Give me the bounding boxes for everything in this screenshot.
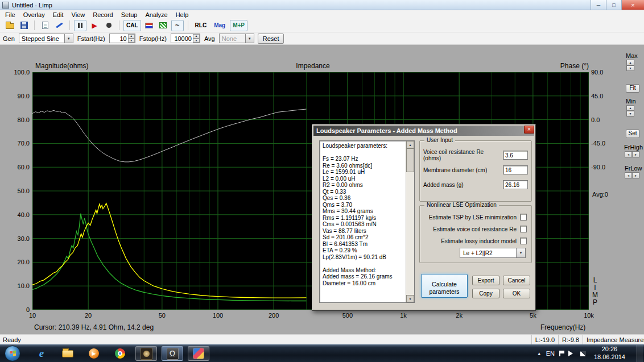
added-mass-input[interactable] xyxy=(503,180,528,189)
copy-button[interactable]: Copy xyxy=(472,289,499,298)
menu-item-help[interactable]: Help xyxy=(172,11,193,18)
toolbar-separator xyxy=(188,20,188,30)
fstop-input[interactable] xyxy=(171,34,193,43)
network-icon[interactable] xyxy=(580,351,586,356)
taskbar-limp[interactable]: Ω xyxy=(162,346,183,361)
menu-item-overlay[interactable]: Overlay xyxy=(19,11,49,18)
dialog-close-button[interactable]: × xyxy=(524,126,534,134)
inductor-model-select[interactable]: Le + L2||R2 ▼ xyxy=(460,248,526,258)
menu-item-analyze[interactable]: Analyze xyxy=(141,11,171,18)
taskbar-media-player[interactable]: ▶ xyxy=(83,346,105,361)
overlay-pen-button[interactable] xyxy=(53,20,65,31)
fstop-spin-down-icon[interactable]: ▼ xyxy=(193,39,200,43)
hidden-icons-arrow[interactable]: ▲ xyxy=(537,351,542,356)
mag-phase-button[interactable]: M+P xyxy=(230,20,247,31)
listbox-scrollbar[interactable]: ▲ ▼ xyxy=(406,141,414,302)
avg-select[interactable]: None ▼ xyxy=(219,34,254,43)
color-stripes-icon xyxy=(145,23,153,28)
frhigh-spin-right-icon[interactable]: ► xyxy=(632,151,639,157)
start-button[interactable] xyxy=(5,346,20,361)
menu-item-edit[interactable]: Edit xyxy=(49,11,68,18)
language-indicator[interactable]: EN xyxy=(546,350,555,357)
green-pattern-icon xyxy=(159,22,167,28)
ok-button[interactable]: OK xyxy=(503,289,530,298)
window-title: Untitled - Limp xyxy=(12,2,52,9)
lse-group-title: Nonlinear LSE Optimization xyxy=(424,202,499,208)
fstart-spin-up-icon[interactable]: ▲ xyxy=(128,34,135,39)
scrollbar-thumb[interactable] xyxy=(406,148,414,172)
parameters-listbox[interactable]: Loudspeaker parameters: Fs = 23.07 HzRe … xyxy=(319,140,415,303)
menu-item-setup[interactable]: Setup xyxy=(117,11,142,18)
rlc-button[interactable]: RLC xyxy=(192,20,210,31)
frlow-spin-right-icon[interactable]: ► xyxy=(632,172,639,178)
taskbar-chrome[interactable] xyxy=(109,346,131,361)
open-button[interactable] xyxy=(3,20,16,31)
chevron-down-icon[interactable]: ▼ xyxy=(516,248,525,257)
cal-button[interactable]: CAL xyxy=(123,20,141,31)
min-spin-down-icon[interactable]: ▼ xyxy=(626,111,634,116)
left-tick-20.0: 20.0 xyxy=(0,259,30,265)
estimate-tsp-lse-checkbox[interactable] xyxy=(520,214,527,220)
show-desktop-button[interactable] xyxy=(637,345,643,362)
stop-button[interactable] xyxy=(102,20,115,31)
action-center-icon[interactable] xyxy=(559,351,564,356)
voice-coil-resistance-label: Voice coil resistance Re (ohms) xyxy=(423,149,503,161)
reset-button[interactable]: Reset xyxy=(258,34,284,44)
fstart-spin-down-icon[interactable]: ▼ xyxy=(128,39,135,43)
menu-item-file[interactable]: File xyxy=(1,11,19,18)
close-icon: × xyxy=(527,126,531,132)
taskbar-explorer[interactable] xyxy=(57,346,79,361)
menu-item-view[interactable]: View xyxy=(68,11,89,18)
minimize-button[interactable]: ─ xyxy=(591,0,606,10)
fstop-spin-up-icon[interactable]: ▲ xyxy=(193,34,200,39)
record-button[interactable]: ▶ xyxy=(88,20,101,31)
frhigh-spin-left-icon[interactable]: ◄ xyxy=(625,151,632,157)
smoothing-button[interactable] xyxy=(157,20,170,31)
generator-type-select[interactable]: Stepped Sine ▼ xyxy=(19,34,73,43)
max-spin-down-icon[interactable]: ▼ xyxy=(626,65,634,71)
max-spin-up-icon[interactable]: ▲ xyxy=(626,60,634,65)
signal-button[interactable]: ~ xyxy=(171,20,184,31)
membrane-diameter-input[interactable] xyxy=(503,165,528,174)
taskbar-ie[interactable]: e xyxy=(31,346,52,361)
calculate-parameters-button[interactable]: Calculate parameters xyxy=(421,274,468,298)
copy-chart-button[interactable] xyxy=(39,20,51,31)
frlow-spin-left-icon[interactable]: ◄ xyxy=(625,172,632,178)
dialog-title-bar[interactable]: Loudspeaker Parameters - Added Mass Meth… xyxy=(313,126,534,136)
taskbar-clock[interactable]: 20:26 18.06.2014 xyxy=(591,346,629,361)
scroll-up-icon[interactable]: ▲ xyxy=(406,141,414,148)
frlow-stepper: ◄ ► xyxy=(625,172,639,178)
menu-item-record[interactable]: Record xyxy=(89,11,117,18)
x-tick-2k: 2k xyxy=(447,312,472,319)
scroll-down-icon[interactable]: ▼ xyxy=(406,295,414,302)
page-icon xyxy=(42,22,48,29)
internet-explorer-icon: e xyxy=(39,347,44,360)
x-tick-5k: 5k xyxy=(521,312,546,319)
user-input-group: User Input Voice coil resistance Re (ohm… xyxy=(419,140,532,202)
phase-tick--45.0: -45.0 xyxy=(591,140,605,147)
estimate-lossy-inductor-checkbox[interactable] xyxy=(520,238,527,244)
mag-button[interactable]: Mag xyxy=(211,20,228,31)
chevron-down-icon[interactable]: ▼ xyxy=(64,34,73,43)
pause-button[interactable] xyxy=(74,20,86,31)
close-button[interactable]: × xyxy=(621,0,644,10)
left-tick-90.0: 90.0 xyxy=(0,93,30,99)
overlay-colors-button[interactable] xyxy=(143,20,155,31)
set-button[interactable]: Set xyxy=(626,130,639,138)
voice-coil-resistance-input[interactable] xyxy=(503,151,528,160)
x-tick-1k: 1k xyxy=(391,312,416,319)
save-button[interactable] xyxy=(18,20,30,31)
maximize-button[interactable]: □ xyxy=(606,0,621,10)
fit-button[interactable]: Fit xyxy=(626,84,639,93)
fstart-input[interactable] xyxy=(110,34,128,43)
cancel-button[interactable]: Cancel xyxy=(503,276,530,285)
left-tick-100.0: 100.0 xyxy=(0,69,30,76)
toolbar-separator xyxy=(119,20,119,30)
estimate-re-checkbox[interactable] xyxy=(520,226,527,232)
export-button[interactable]: Export xyxy=(472,276,499,285)
stop-icon xyxy=(106,23,112,28)
taskbar-game[interactable] xyxy=(135,346,157,361)
min-spin-up-icon[interactable]: ▲ xyxy=(626,105,634,111)
volume-icon[interactable] xyxy=(568,351,576,356)
taskbar-paint[interactable] xyxy=(188,346,209,361)
